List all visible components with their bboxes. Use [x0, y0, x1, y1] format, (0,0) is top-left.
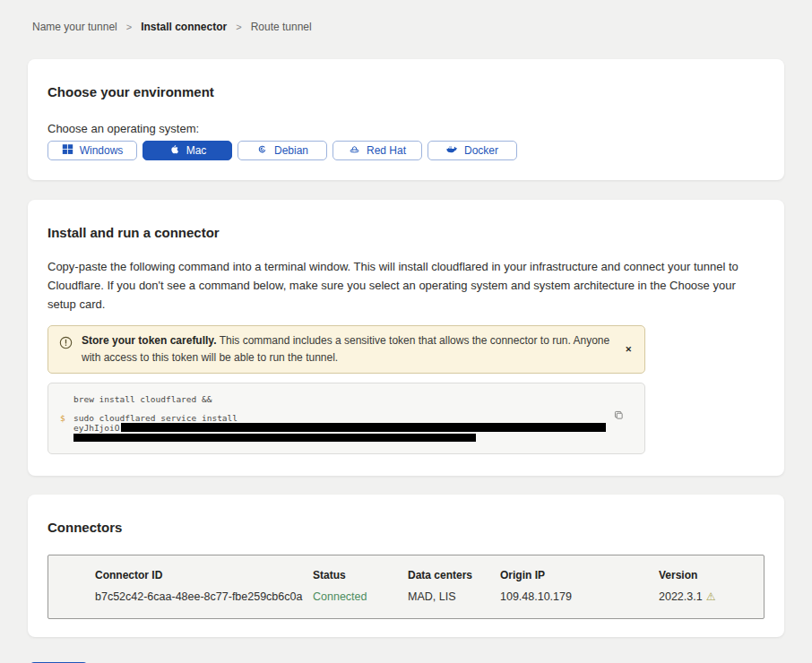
version-value: 2022.3.1⚠ — [659, 590, 746, 603]
card-title: Install and run a connector — [48, 225, 764, 240]
status-badge: Connected — [313, 590, 408, 603]
os-button-label: Red Hat — [367, 144, 406, 157]
redacted-token-bar — [121, 423, 606, 432]
os-button-mac[interactable]: Mac — [143, 141, 232, 160]
code-text: brew install cloudflared && — [73, 394, 212, 404]
os-button-group: Windows Mac Debian Red Hat Docker — [48, 141, 764, 160]
os-button-label: Mac — [186, 144, 207, 157]
docker-icon — [446, 143, 458, 158]
close-icon[interactable]: ✕ — [621, 341, 635, 357]
connectors-table: Connector ID Status Data centers Origin … — [48, 555, 764, 619]
data-centers-value: MAD, LIS — [408, 590, 500, 603]
os-button-redhat[interactable]: Red Hat — [333, 141, 422, 160]
install-description: Copy-paste the following command into a … — [48, 258, 763, 314]
col-header-connector-id: Connector ID — [95, 569, 313, 581]
os-button-label: Windows — [80, 144, 124, 157]
token-warning-title: Store your token carefully. — [82, 334, 217, 347]
choose-environment-card: Choose your environment Choose an operat… — [28, 59, 784, 180]
os-select-label: Choose an operating system: — [48, 122, 764, 135]
step-route-tunnel: Route tunnel — [251, 21, 312, 33]
code-text: sudo cloudflared service install — [73, 413, 238, 423]
token-prefix: eyJhIjoiO — [73, 423, 119, 433]
col-header-origin-ip: Origin IP — [500, 569, 659, 581]
step-name-your-tunnel[interactable]: Name your tunnel — [32, 21, 117, 33]
col-header-data-centers: Data centers — [408, 569, 500, 581]
debian-icon — [256, 143, 268, 158]
token-warning-text: Store your token carefully. This command… — [82, 332, 610, 366]
token-warning-banner: Store your token carefully. This command… — [48, 325, 645, 373]
connectors-card: Connectors Connector ID Status Data cent… — [28, 495, 784, 637]
os-button-label: Docker — [464, 144, 498, 157]
connector-id-value: b7c52c42-6caa-48ee-8c77-fbe259cb6c0a — [95, 590, 313, 603]
breadcrumb-separator: > — [236, 22, 241, 32]
alert-circle-icon — [59, 336, 73, 349]
os-button-debian[interactable]: Debian — [238, 141, 327, 160]
col-header-status: Status — [313, 569, 408, 581]
code-line-token-2 — [60, 433, 632, 442]
breadcrumb-separator: > — [126, 22, 132, 32]
code-line-token: eyJhIjoiO — [60, 423, 632, 433]
card-title: Connectors — [48, 520, 764, 535]
os-button-label: Debian — [274, 144, 308, 157]
redacted-token-bar — [73, 434, 476, 442]
code-text: eyJhIjoiO — [73, 423, 606, 433]
os-button-docker[interactable]: Docker — [428, 141, 517, 160]
copy-icon[interactable] — [611, 408, 626, 423]
warning-triangle-icon: ⚠ — [706, 590, 716, 603]
apple-icon — [168, 143, 180, 158]
breadcrumb: Name your tunnel > Install connector > R… — [28, 0, 784, 33]
code-line-brew: brew install cloudflared && — [60, 394, 632, 404]
install-command-codeblock: brew install cloudflared && $ sudo cloud… — [48, 383, 645, 454]
tunnel-setup-page: Name your tunnel > Install connector > R… — [0, 0, 812, 663]
code-line-service-install: $ sudo cloudflared service install — [60, 413, 632, 423]
install-connector-card: Install and run a connector Copy-paste t… — [28, 200, 784, 476]
origin-ip-value: 109.48.10.179 — [500, 590, 659, 603]
os-button-windows[interactable]: Windows — [48, 141, 137, 160]
card-title: Choose your environment — [48, 84, 764, 99]
windows-icon — [62, 143, 73, 158]
col-header-version: Version — [659, 569, 746, 581]
shell-prompt: $ — [60, 413, 73, 423]
step-install-connector: Install connector — [141, 21, 227, 33]
redhat-icon — [349, 143, 360, 158]
